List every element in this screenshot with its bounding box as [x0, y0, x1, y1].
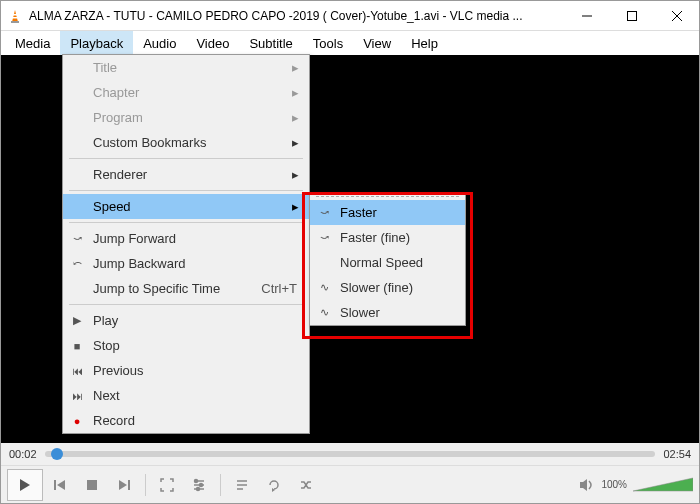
titlebar: ALMA ZARZA - TUTU - CAMILO PEDRO CAPO -2… — [1, 1, 699, 31]
menu-media[interactable]: Media — [5, 31, 60, 55]
duration-time[interactable]: 02:54 — [663, 448, 691, 460]
current-time[interactable]: 00:02 — [9, 448, 37, 460]
stop-button[interactable] — [77, 471, 107, 499]
faster-icon: ⤻ — [316, 206, 332, 219]
submenu-faster-fine[interactable]: ⤻Faster (fine) — [310, 225, 465, 250]
svg-marker-12 — [119, 480, 127, 490]
dropdown-speed[interactable]: Speed▸ — [63, 194, 309, 219]
svg-point-19 — [197, 487, 200, 490]
menu-audio[interactable]: Audio — [133, 31, 186, 55]
next-track-button[interactable] — [109, 471, 139, 499]
dropdown-previous[interactable]: ⏮Previous — [63, 358, 309, 383]
menu-help[interactable]: Help — [401, 31, 448, 55]
next-icon: ⏭ — [69, 390, 85, 402]
chevron-right-icon: ▸ — [292, 135, 299, 150]
dropdown-bookmarks[interactable]: Custom Bookmarks▸ — [63, 130, 309, 155]
dropdown-play[interactable]: ▶Play — [63, 308, 309, 333]
progress-row: 00:02 02:54 — [1, 443, 699, 465]
menu-view[interactable]: View — [353, 31, 401, 55]
play-icon: ▶ — [69, 314, 85, 327]
dropdown-renderer[interactable]: Renderer▸ — [63, 162, 309, 187]
record-icon: ● — [69, 415, 85, 427]
shuffle-button[interactable] — [291, 471, 321, 499]
svg-point-18 — [200, 483, 203, 486]
volume-control: 100% — [579, 476, 693, 494]
separator — [69, 222, 303, 223]
previous-icon: ⏮ — [69, 365, 85, 377]
dropdown-program[interactable]: Program▸ — [63, 105, 309, 130]
separator — [69, 158, 303, 159]
volume-percent: 100% — [601, 479, 627, 490]
playback-dropdown: Title▸ Chapter▸ Program▸ Custom Bookmark… — [62, 54, 310, 434]
menu-subtitle[interactable]: Subtitle — [239, 31, 302, 55]
svg-marker-0 — [12, 10, 18, 22]
dropdown-chapter[interactable]: Chapter▸ — [63, 80, 309, 105]
submenu-slower[interactable]: ∿Slower — [310, 300, 465, 325]
separator — [145, 474, 146, 496]
chevron-right-icon: ▸ — [292, 85, 299, 100]
stop-icon: ■ — [69, 340, 85, 352]
slower-icon: ∿ — [316, 306, 332, 319]
dropdown-next[interactable]: ⏭Next — [63, 383, 309, 408]
fullscreen-button[interactable] — [152, 471, 182, 499]
chevron-right-icon: ▸ — [292, 199, 299, 214]
slower-fine-icon: ∿ — [316, 281, 332, 294]
seek-thumb[interactable] — [51, 448, 63, 460]
dropdown-jump-forward[interactable]: ⤻Jump Forward — [63, 226, 309, 251]
extended-settings-button[interactable] — [184, 471, 214, 499]
dropdown-jump-backward[interactable]: ⤺Jump Backward — [63, 251, 309, 276]
jump-forward-icon: ⤻ — [69, 232, 85, 245]
menu-tools[interactable]: Tools — [303, 31, 353, 55]
svg-rect-11 — [87, 480, 97, 490]
play-button[interactable] — [7, 469, 43, 501]
window-controls — [564, 1, 699, 31]
maximize-button[interactable] — [609, 1, 654, 31]
shortcut-text: Ctrl+T — [261, 281, 297, 296]
previous-track-button[interactable] — [45, 471, 75, 499]
faster-fine-icon: ⤻ — [316, 231, 332, 244]
svg-rect-3 — [13, 17, 18, 19]
svg-marker-10 — [57, 480, 65, 490]
svg-rect-9 — [54, 480, 56, 490]
dropdown-title[interactable]: Title▸ — [63, 55, 309, 80]
separator — [220, 474, 221, 496]
dropdown-jump-specific[interactable]: Jump to Specific TimeCtrl+T — [63, 276, 309, 301]
controls-row: 100% — [1, 465, 699, 503]
playlist-button[interactable] — [227, 471, 257, 499]
window-title: ALMA ZARZA - TUTU - CAMILO PEDRO CAPO -2… — [29, 9, 564, 23]
chevron-right-icon: ▸ — [292, 110, 299, 125]
jump-backward-icon: ⤺ — [69, 257, 85, 270]
chevron-right-icon: ▸ — [292, 60, 299, 75]
menu-playback[interactable]: Playback — [60, 31, 133, 55]
svg-marker-24 — [580, 479, 587, 491]
svg-rect-5 — [627, 11, 636, 20]
svg-marker-25 — [633, 478, 693, 491]
dropdown-record[interactable]: ●Record — [63, 408, 309, 433]
submenu-faster[interactable]: ⤻Faster — [310, 200, 465, 225]
svg-rect-1 — [11, 21, 19, 23]
speaker-icon[interactable] — [579, 478, 595, 492]
submenu-normal-speed[interactable]: Normal Speed — [310, 250, 465, 275]
volume-slider[interactable] — [633, 476, 693, 494]
loop-button[interactable] — [259, 471, 289, 499]
seek-bar[interactable] — [45, 451, 656, 457]
chevron-right-icon: ▸ — [292, 167, 299, 182]
svg-marker-8 — [20, 479, 30, 491]
svg-rect-13 — [128, 480, 130, 490]
speed-submenu: ⤻Faster ⤻Faster (fine) Normal Speed ∿Slo… — [309, 192, 466, 326]
separator — [69, 190, 303, 191]
submenu-slower-fine[interactable]: ∿Slower (fine) — [310, 275, 465, 300]
vlc-cone-icon — [7, 8, 23, 24]
menubar: Media Playback Audio Video Subtitle Tool… — [1, 31, 699, 55]
close-button[interactable] — [654, 1, 699, 31]
menu-video[interactable]: Video — [186, 31, 239, 55]
dropdown-stop[interactable]: ■Stop — [63, 333, 309, 358]
separator — [69, 304, 303, 305]
separator — [316, 196, 459, 197]
svg-point-17 — [195, 479, 198, 482]
svg-rect-2 — [13, 14, 17, 16]
minimize-button[interactable] — [564, 1, 609, 31]
